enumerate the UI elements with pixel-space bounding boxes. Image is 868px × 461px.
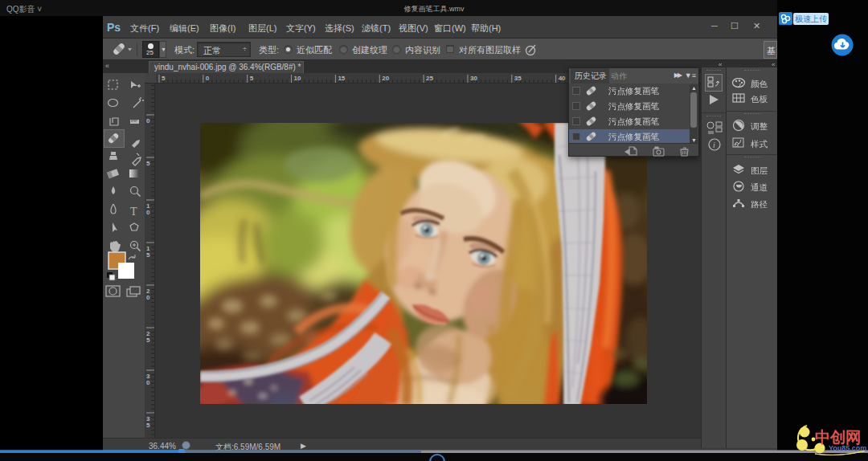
svg-text:0: 0 xyxy=(146,379,150,386)
svg-text:T: T xyxy=(130,206,137,218)
svg-text:0: 0 xyxy=(146,294,150,301)
svg-text:20: 20 xyxy=(382,75,389,82)
svg-text:中创网: 中创网 xyxy=(815,428,861,446)
svg-text:5: 5 xyxy=(146,251,150,259)
svg-text:5: 5 xyxy=(250,75,254,82)
svg-text:0: 0 xyxy=(146,209,150,216)
svg-text:0: 0 xyxy=(146,117,150,124)
svg-text:i: i xyxy=(713,141,715,149)
svg-text:30: 30 xyxy=(470,75,477,82)
svg-text:25: 25 xyxy=(426,75,433,82)
svg-text:5: 5 xyxy=(146,160,150,167)
svg-text:10: 10 xyxy=(294,75,301,82)
svg-text:40: 40 xyxy=(559,75,566,82)
svg-text:fx: fx xyxy=(735,142,739,148)
svg-text:0: 0 xyxy=(206,75,210,82)
svg-text:5: 5 xyxy=(146,422,150,429)
svg-text:You85.com: You85.com xyxy=(829,444,866,452)
svg-text:5: 5 xyxy=(146,337,150,344)
svg-text:15: 15 xyxy=(338,75,345,82)
svg-text:5: 5 xyxy=(162,75,166,82)
svg-text:35: 35 xyxy=(514,75,522,82)
